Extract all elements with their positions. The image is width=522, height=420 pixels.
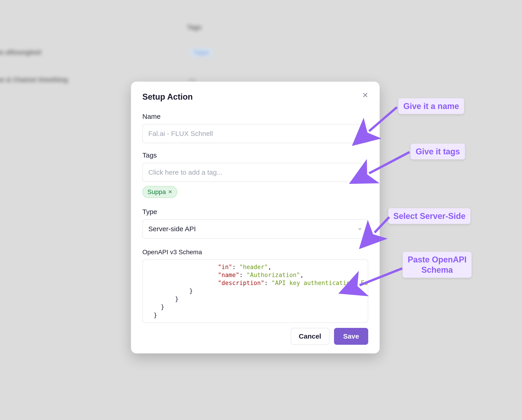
modal-title: Setup Action: [142, 92, 193, 102]
type-value: Server-side API: [148, 225, 196, 233]
type-group: Type Server-side API: [142, 208, 368, 239]
arrow-3: [371, 214, 396, 240]
name-input[interactable]: [142, 124, 368, 143]
annotation-name: Give it a name: [398, 98, 464, 114]
annotation-tags: Give it tags: [411, 144, 465, 159]
cancel-button[interactable]: Cancel: [291, 328, 330, 345]
close-button[interactable]: [362, 92, 368, 99]
svg-line-6: [375, 217, 389, 232]
tag-remove-icon[interactable]: [168, 189, 172, 195]
tag-chip-label: Suppa: [147, 188, 166, 196]
annotation-type: Select Server-Side: [388, 208, 470, 224]
name-label: Name: [142, 113, 368, 120]
type-label: Type: [142, 208, 368, 216]
arrow-4: [355, 266, 406, 293]
tags-label: Tags: [142, 151, 368, 159]
arrow-2: [365, 149, 413, 180]
svg-line-5: [369, 152, 409, 173]
tags-group: Tags Suppa: [142, 151, 368, 198]
modal-header: Setup Action: [142, 92, 368, 102]
save-button[interactable]: Save: [334, 328, 368, 345]
svg-line-4: [369, 107, 397, 131]
close-icon: [362, 92, 368, 98]
type-select[interactable]: Server-side API: [142, 219, 368, 239]
svg-line-7: [360, 268, 402, 285]
schema-label: OpenAPI v3 Schema: [142, 248, 368, 256]
tags-input[interactable]: [142, 163, 368, 182]
tag-chip[interactable]: Suppa: [142, 186, 177, 198]
schema-textarea[interactable]: "in": "header", "name": "Authorization",…: [142, 260, 368, 323]
button-row: Cancel Save: [142, 328, 368, 345]
chevron-down-icon: [357, 226, 362, 232]
annotation-schema: Paste OpenAPI Schema: [403, 252, 472, 278]
schema-group: OpenAPI v3 Schema "in": "header", "name"…: [142, 248, 368, 323]
name-group: Name: [142, 113, 368, 143]
setup-action-modal: Setup Action Name Tags Suppa Type: [131, 82, 380, 353]
arrow-1: [365, 104, 401, 140]
